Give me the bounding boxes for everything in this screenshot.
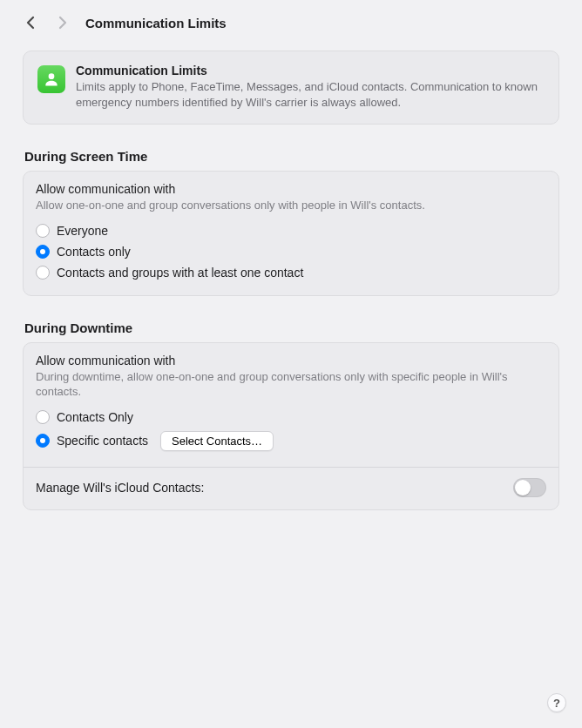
radio-everyone-label: Everyone <box>57 224 108 238</box>
manage-icloud-label: Manage Will's iCloud Contacts: <box>36 481 204 495</box>
manage-icloud-toggle[interactable] <box>513 478 546 497</box>
downtime-card-title: Allow communication with <box>36 354 546 367</box>
section-header-screentime: During Screen Time <box>23 149 559 164</box>
radio-downtime-specific-label: Specific contacts <box>57 434 148 448</box>
divider <box>24 467 558 468</box>
radio-everyone[interactable] <box>36 224 50 238</box>
downtime-card: Allow communication with During downtime… <box>23 342 559 510</box>
screentime-card-sub: Allow one-on-one and group conversations… <box>36 198 546 213</box>
nav-back-button[interactable] <box>23 15 38 30</box>
toggle-knob <box>515 480 531 495</box>
section-header-downtime: During Downtime <box>23 320 559 335</box>
select-contacts-button[interactable]: Select Contacts… <box>160 431 274 451</box>
radio-contacts-groups[interactable] <box>36 266 50 280</box>
svg-point-0 <box>49 73 55 79</box>
screentime-card-title: Allow communication with <box>36 182 546 196</box>
info-box: Communication Limits Limits apply to Pho… <box>23 51 559 125</box>
nav-forward-button <box>54 15 70 30</box>
page-title: Communication Limits <box>85 16 227 30</box>
radio-downtime-contacts-only[interactable] <box>36 410 50 424</box>
info-description: Limits apply to Phone, FaceTime, Message… <box>76 79 545 110</box>
radio-contacts-groups-label: Contacts and groups with at least one co… <box>57 266 303 280</box>
info-title: Communication Limits <box>76 64 545 78</box>
radio-contacts-only[interactable] <box>36 245 50 259</box>
screentime-card: Allow communication with Allow one-on-on… <box>23 171 559 296</box>
communication-limits-icon <box>37 65 65 93</box>
radio-contacts-only-label: Contacts only <box>57 245 131 259</box>
downtime-card-sub: During downtime, allow one-on-one and gr… <box>36 369 546 400</box>
radio-downtime-contacts-only-label: Contacts Only <box>57 410 133 424</box>
radio-downtime-specific[interactable] <box>36 434 50 448</box>
help-button[interactable]: ? <box>547 693 566 712</box>
